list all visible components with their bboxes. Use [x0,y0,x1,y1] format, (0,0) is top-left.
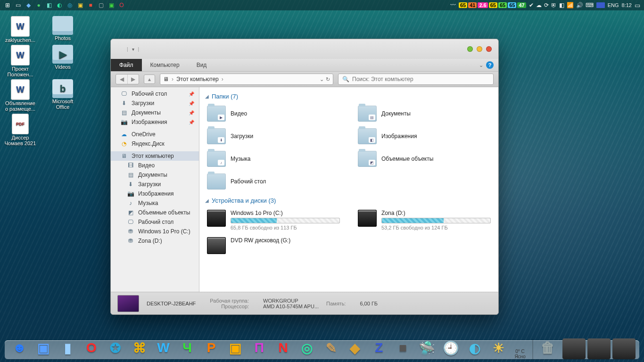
sidebar-item[interactable]: 🖵Рабочий стол📌 [111,89,199,99]
sidebar-item[interactable]: ⛃Windows 1o Pro (C:) [111,227,199,236]
dock-app-1[interactable]: ▣ [33,337,55,359]
window-close-button[interactable] [486,46,492,52]
folder-item[interactable]: ◩Объемные объекты [356,149,493,169]
sidebar-item[interactable]: ⬇Загрузки📌 [111,99,199,108]
folder-item[interactable]: ◧Изображения [356,126,493,146]
breadcrumb-part[interactable]: Этот компьютер [176,76,219,82]
dock-ufo-icon[interactable]: 🛸 [416,337,438,359]
sidebar-item[interactable]: 🖵Рабочий стол [111,217,199,227]
search-box[interactable]: 🔍 [338,74,494,85]
sidebar-item[interactable]: ◔Яндекс.Диск [111,139,199,148]
dock-z-icon[interactable]: Z [368,337,390,359]
tray-app-green[interactable]: ▣ [107,1,116,9]
lang-indicator[interactable]: ENG [608,2,619,8]
opera-dock-icon[interactable]: O [80,337,102,359]
tray-app-red[interactable]: ■ [86,1,95,9]
folder-item[interactable]: ▶Видео [205,104,342,123]
sidebar-item[interactable]: 🎞Видео [111,161,199,170]
dock-weather[interactable]: 0° CЯсно [512,349,528,359]
ribbon-tab-компьютер[interactable]: Компьютер [142,59,188,71]
sidebar-item[interactable]: ⛃Zona (D:) [111,236,199,246]
action-center-icon[interactable]: ▭ [635,2,640,9]
dock-preview-panel[interactable] [562,338,586,359]
finder-icon[interactable]: ☻ [8,337,31,359]
explorer-icon[interactable]: ▣ [75,1,85,9]
sidebar-item[interactable]: 📷Изображения [111,189,199,198]
group-drives-header[interactable]: ◢ Устройства и диски (3) [205,197,493,204]
clock[interactable]: 8:12 [622,2,632,8]
dock-app-4[interactable]: ⌘ [128,337,150,359]
check-icon[interactable]: ✔ [529,2,534,8]
dock-weather-icon[interactable]: ☀ [488,337,510,359]
group-folders-header[interactable]: ◢ Папки (7) [205,93,493,100]
dock-notes-icon[interactable]: ✎ [320,337,342,359]
dock-letter-n[interactable]: N [272,337,294,359]
sidebar-item[interactable]: 🖥Этот компьютер [111,151,199,161]
dock-app-7[interactable]: ■ [392,337,414,359]
dock-preview-panel[interactable] [612,338,636,359]
tray-app-5[interactable]: ▢ [96,1,106,9]
tray-app-3[interactable]: ◧ [44,1,54,9]
nav-forward-button[interactable]: ▶ [127,74,139,84]
folder-item[interactable]: ♪Музыка [205,149,342,169]
refresh-icon[interactable]: ↻ [326,76,330,82]
desktop-item[interactable]: ▶Videos [46,45,79,77]
dock-app-8[interactable]: ◐ [464,337,486,359]
desktop-item[interactable]: bMicrosoft Office [46,79,79,112]
cloud-icon[interactable]: ☁ [536,2,542,8]
sidebar-item[interactable]: ▤Документы📌 [111,108,199,117]
dock-app-3[interactable]: ✪ [104,337,126,359]
search-input[interactable] [352,76,489,82]
app-tray-icon[interactable]: ◧ [559,2,564,8]
desktop-item[interactable]: PDFДиссер Чомаев 2021 [4,114,37,146]
drive-item[interactable]: DVD RW дисковод (G:) [205,235,342,256]
dock-app-2[interactable]: ▮ [57,337,79,359]
tray-app-4[interactable]: ◐ [55,1,64,9]
dock-clock-icon[interactable]: 🕘 [440,337,462,359]
sidebar-item[interactable]: ⬇Загрузки [111,180,199,189]
desktop-item[interactable]: WПроект Положен... [4,45,37,77]
dock-letter-r[interactable]: Р [200,337,223,359]
qat-dropdown-icon[interactable]: ▾ [132,47,134,52]
drive-item[interactable]: Windows 1o Pro (C:)65,8 ГБ свободно из 1… [205,208,342,232]
window-titlebar[interactable]: | ▾ | [111,39,498,59]
help-icon[interactable]: ? [486,61,494,69]
window-maximize-button[interactable] [477,46,482,52]
dock-letter-ch[interactable]: Ч [176,337,198,359]
dock-office-icon[interactable]: ▣ [224,337,246,359]
folder-item[interactable]: ⬇Загрузки [205,126,342,146]
tray-app-1[interactable]: ◆ [24,1,33,9]
nav-back-button[interactable]: ◀ [116,74,127,84]
address-dropdown-icon[interactable]: ⌄ [320,76,324,82]
opera-icon[interactable]: O [117,1,126,9]
ribbon-tab-файл[interactable]: Файл [111,59,142,71]
dock-letter-p[interactable]: П [248,337,270,359]
ribbon-tab-вид[interactable]: Вид [188,59,215,71]
folder-item[interactable]: ▤Документы [356,104,493,123]
trash-icon[interactable]: 🗑 [537,337,559,359]
volume-icon[interactable]: 🔊 [576,2,583,8]
address-field[interactable]: 🖥 › Этот компьютер › ⌄ ↻ [160,74,333,85]
sidebar-item[interactable]: ☁OneDrive [111,130,199,139]
nav-up-button[interactable]: ▴ [144,74,155,84]
tray-app-2[interactable]: ● [34,1,43,9]
task-view-icon[interactable]: ▭ [13,1,23,9]
desktop-item[interactable]: WОбъявление о размеще... [4,79,37,112]
dock-app-6[interactable]: ◆ [344,337,366,359]
desktop-item[interactable]: Wzaklyuchen... [4,16,37,43]
dock-letter-w[interactable]: W [152,337,174,359]
folder-item[interactable]: Рабочий стол [205,172,342,191]
sidebar-item[interactable]: 📷Изображения📌 [111,117,199,127]
drive-item[interactable]: Zona (D:)53,2 ГБ свободно из 124 ГБ [356,208,493,232]
desktop-item[interactable]: Photos [46,16,79,43]
shield-icon[interactable]: ⛨ [551,2,557,8]
edge-icon[interactable]: ◎ [65,1,74,9]
sidebar-item[interactable]: ▤Документы [111,170,199,180]
start-icon[interactable]: ⊞ [3,1,12,9]
sidebar-item[interactable]: ◩Объемные объекты [111,208,199,217]
window-minimize-button[interactable] [467,46,473,52]
wifi-icon[interactable]: 📶 [567,2,574,8]
ribbon-expand-icon[interactable]: ⌄ [479,62,483,68]
keyboard-icon[interactable]: ⌨ [586,2,594,8]
sync-icon[interactable]: ⟳ [544,2,549,8]
